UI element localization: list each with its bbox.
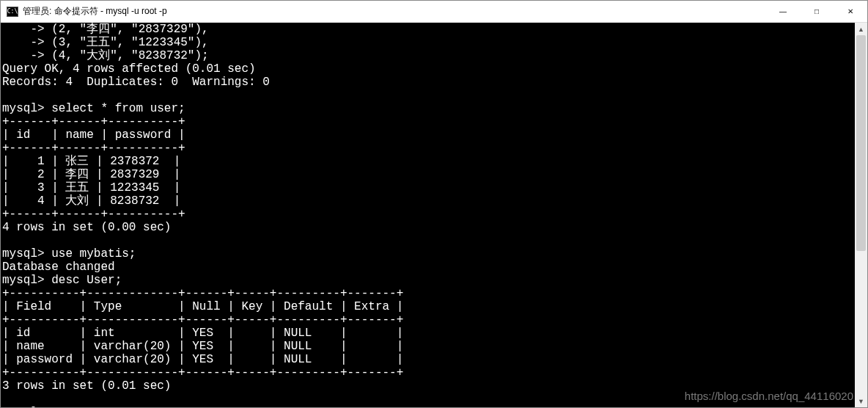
scrollbar-thumb[interactable] — [856, 35, 866, 251]
terminal-area: -> (2, "李四", "2837329"), -> (3, "王五", "1… — [1, 23, 867, 407]
terminal-output[interactable]: -> (2, "李四", "2837329"), -> (3, "王五", "1… — [1, 23, 855, 407]
window-title: 管理员: 命令提示符 - mysql -u root -p — [23, 5, 766, 18]
close-button[interactable]: ✕ — [834, 1, 867, 22]
minimize-button[interactable]: — — [766, 1, 800, 22]
maximize-button[interactable]: □ — [800, 1, 834, 22]
scroll-down-button[interactable]: ▼ — [855, 395, 867, 407]
scroll-up-button[interactable]: ▲ — [855, 23, 867, 35]
cmd-icon: C:\ — [7, 7, 18, 17]
scrollbar-track[interactable] — [855, 35, 867, 395]
titlebar[interactable]: C:\ 管理员: 命令提示符 - mysql -u root -p — □ ✕ — [1, 1, 867, 23]
window-controls: — □ ✕ — [766, 1, 867, 22]
cmd-window: C:\ 管理员: 命令提示符 - mysql -u root -p — □ ✕ … — [0, 0, 868, 408]
vertical-scrollbar[interactable]: ▲ ▼ — [855, 23, 867, 407]
